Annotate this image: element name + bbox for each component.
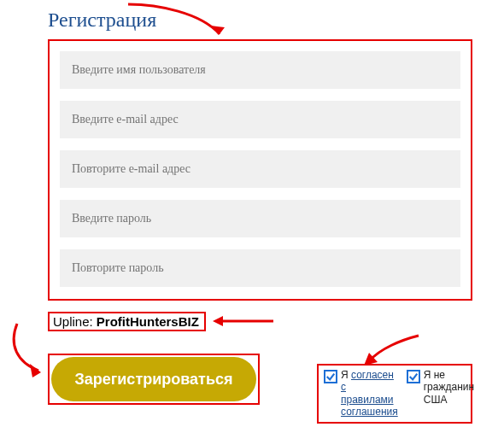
- svg-marker-2: [30, 364, 41, 377]
- register-button[interactable]: Зарегистрироваться: [51, 357, 256, 401]
- not-us-citizen-item[interactable]: Я не гражданин США: [407, 369, 474, 418]
- svg-marker-1: [213, 316, 223, 326]
- arrow-to-upline-icon: [209, 311, 278, 331]
- arrow-to-submit-icon: [0, 319, 51, 379]
- username-input[interactable]: [60, 51, 460, 89]
- not-us-citizen-label: Я не гражданин США: [424, 369, 474, 406]
- agree-terms-item[interactable]: Я согласен с правилами соглашения: [324, 369, 398, 418]
- arrow-to-form-icon: [124, 0, 235, 43]
- checkbox-checked-icon: [324, 370, 337, 383]
- arrow-to-checkboxes-icon: [359, 331, 427, 370]
- checkbox-checked-icon: [407, 370, 420, 383]
- password-confirm-input[interactable]: [60, 249, 460, 287]
- registration-form-highlight: [48, 39, 472, 301]
- email-input[interactable]: [60, 101, 460, 138]
- submit-highlight: Зарегистрироваться: [48, 354, 260, 405]
- upline-highlight: Upline: ProfitHuntersBIZ: [48, 312, 206, 331]
- checkboxes-highlight: Я согласен с правилами соглашения Я не г…: [317, 364, 472, 424]
- agree-terms-label: Я согласен с правилами соглашения: [341, 369, 398, 418]
- password-input[interactable]: [60, 200, 460, 237]
- email-confirm-input[interactable]: [60, 150, 460, 188]
- upline-value: ProfitHuntersBIZ: [97, 314, 199, 329]
- upline-label: Upline:: [53, 314, 97, 329]
